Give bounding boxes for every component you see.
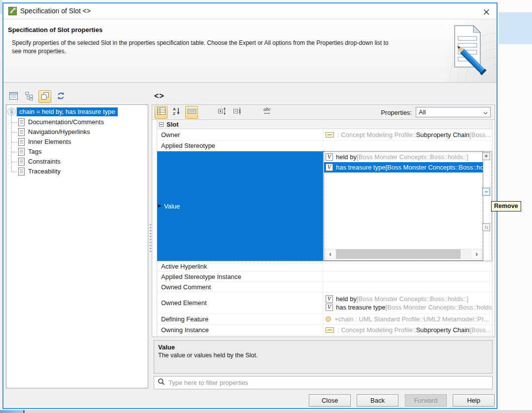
tree-children: Documentation/CommentsNavigation/Hyperli… xyxy=(6,117,148,176)
value-text-part: [Boss... xyxy=(469,131,491,138)
tree-item[interactable]: Documentation/Comments xyxy=(6,117,148,127)
value-editor-buttons: +−↑↓ xyxy=(482,151,491,261)
filter-properties-input[interactable] xyxy=(168,379,492,386)
help-button[interactable]: Help xyxy=(453,394,495,407)
property-description-panel: Value The value or values held by the Sl… xyxy=(154,340,493,374)
window-title: Specification of Slot <> xyxy=(20,7,91,15)
tree-view-button[interactable] xyxy=(23,90,35,103)
property-name: Applied Stereotype Instance xyxy=(157,272,323,281)
categorized-view-icon xyxy=(157,106,166,118)
remove-tooltip: Remove xyxy=(491,201,521,211)
property-name: Active Hyperlink xyxy=(157,261,323,271)
expand-all-button[interactable] xyxy=(216,106,229,119)
titlebar[interactable]: Specification of Slot <> xyxy=(3,3,497,19)
sort-alphabetically-icon: AZ xyxy=(172,106,181,118)
value-item-qualifier: [Boss Monster Concepts::Boss::holds::] xyxy=(357,153,468,161)
property-row-owner[interactable]: Owner: Concept Modeling Profile::Subprop… xyxy=(157,129,492,140)
scroll-right-arrow[interactable]: › xyxy=(471,249,482,259)
property-name: Owning Instance xyxy=(157,325,323,335)
svg-text:Z: Z xyxy=(173,111,175,116)
document-pencil-illustration xyxy=(445,20,497,82)
value-item-name: held by xyxy=(336,153,357,161)
scroll-left-arrow[interactable]: ‹ xyxy=(325,249,335,259)
value-icon: V xyxy=(326,153,333,161)
tree-connector-stub xyxy=(11,122,17,123)
property-row-active-hyperlink[interactable]: Active Hyperlink xyxy=(157,261,492,272)
properties-mode-value: All xyxy=(419,108,426,116)
screen: Specification of Slot <> Specification o… xyxy=(0,0,532,413)
tree-view-icon xyxy=(25,91,34,103)
slot-icon xyxy=(8,7,17,15)
tree-item-label: Navigation/Hyperlinks xyxy=(28,128,90,136)
tree-item-label: Documentation/Comments xyxy=(28,118,104,126)
property-row-owned-comment[interactable]: Owned Comment xyxy=(157,282,492,292)
value-text-part: Subproperty Chain xyxy=(416,326,469,334)
property-row-defining-feature[interactable]: Defining Feature+chain : UML Standard Pr… xyxy=(157,314,492,325)
close-button[interactable]: Close xyxy=(309,394,351,407)
tree-connector-stub xyxy=(11,132,17,133)
back-button[interactable]: Back xyxy=(357,394,399,407)
tree-root-label[interactable]: chain = held by, has treasure type xyxy=(17,107,118,116)
value-list-item[interactable]: Vheld by [Boss Monster Concepts::Boss::h… xyxy=(324,152,483,162)
refresh-button[interactable] xyxy=(54,90,67,103)
chevron-down-icon xyxy=(483,110,488,117)
reorder-value-button[interactable]: ↑↓ xyxy=(482,223,490,231)
header-title: Specification of Slot properties xyxy=(8,26,102,34)
properties-mode-select[interactable]: All xyxy=(416,107,491,117)
remove-value-button[interactable]: − xyxy=(482,188,490,196)
value-icon: V xyxy=(326,164,333,171)
expand-all-icon xyxy=(218,106,227,118)
value-row-label: Value xyxy=(164,203,180,210)
properties-dropdown-label: Properties: xyxy=(381,109,412,116)
document-icon xyxy=(18,158,25,166)
horizontal-scrollbar[interactable]: ‹› xyxy=(325,249,482,259)
tree-connector-stub xyxy=(11,162,17,162)
tree-item[interactable]: Navigation/Hyperlinks xyxy=(6,127,148,137)
value-text-part: : Concept Modeling Profile:: xyxy=(337,131,416,138)
close-icon[interactable] xyxy=(482,7,491,16)
background-bottom-blue-piece xyxy=(0,410,23,413)
scroll-thumb[interactable] xyxy=(336,249,461,259)
value-text-part: [Boss... xyxy=(469,326,491,334)
show-description-button[interactable] xyxy=(185,106,198,119)
property-value: : Concept Modeling Profile::Subproperty … xyxy=(323,129,492,140)
value-list[interactable]: Vheld by [Boss Monster Concepts::Boss::h… xyxy=(324,151,483,261)
tree-item[interactable]: Inner Elements xyxy=(6,137,148,147)
value-row-name-cell[interactable]: ▶Value xyxy=(157,151,323,261)
value-icon: V xyxy=(326,295,333,303)
tree-item-label: Traceability xyxy=(28,168,61,175)
tree-item[interactable]: Traceability xyxy=(6,167,148,176)
tree-item[interactable]: Constraints xyxy=(6,157,148,167)
add-value-button[interactable]: + xyxy=(482,152,490,160)
document-icon xyxy=(18,138,25,146)
value-list-item[interactable]: Vhas treasure type [Boss Monster Concept… xyxy=(324,162,483,172)
property-row-owned-element[interactable]: Owned ElementVheld by [Boss Monster Conc… xyxy=(157,292,492,314)
sort-alphabetically-button[interactable]: AZ xyxy=(170,106,183,119)
panel-splitter-handle[interactable] xyxy=(150,224,151,253)
categorized-view-button[interactable] xyxy=(155,106,167,119)
overlapping-windows-icon xyxy=(40,91,50,103)
property-value xyxy=(323,140,492,151)
collapse-all-button[interactable] xyxy=(231,106,244,119)
property-value xyxy=(323,282,492,292)
tree-root-slot[interactable]: S chain = held by, has treasure type xyxy=(6,106,148,117)
property-row-owning-instance[interactable]: Owning Instance: Concept Modeling Profil… xyxy=(157,325,492,336)
property-row-value[interactable]: ▶ValueVheld by [Boss Monster Concepts::B… xyxy=(157,151,492,261)
collapse-category-icon[interactable] xyxy=(159,122,164,127)
element-tree-panel[interactable]: S chain = held by, has treasure type Doc… xyxy=(6,104,148,388)
property-row-applied-stereotype[interactable]: Applied Stereotype xyxy=(157,140,492,151)
property-row-applied-stereotype-instance[interactable]: Applied Stereotype Instance xyxy=(157,272,492,282)
abc-filter-icon: abc xyxy=(263,106,273,118)
element-name-heading: <> xyxy=(154,92,165,101)
properties-table: Slot Owner: Concept Modeling Profile::Su… xyxy=(157,120,493,337)
tree-item[interactable]: Tags xyxy=(6,147,148,157)
category-row-slot[interactable]: Slot xyxy=(157,120,492,129)
document-icon xyxy=(18,148,25,156)
document-icon xyxy=(18,118,25,126)
property-name: Defining Feature xyxy=(157,314,323,324)
abc-filter-button[interactable]: abc xyxy=(262,106,274,119)
overlapping-windows-button[interactable] xyxy=(38,90,51,103)
tree-connector-stub xyxy=(11,152,17,152)
filter-properties-box[interactable] xyxy=(154,376,493,389)
form-view-button[interactable] xyxy=(7,90,20,103)
